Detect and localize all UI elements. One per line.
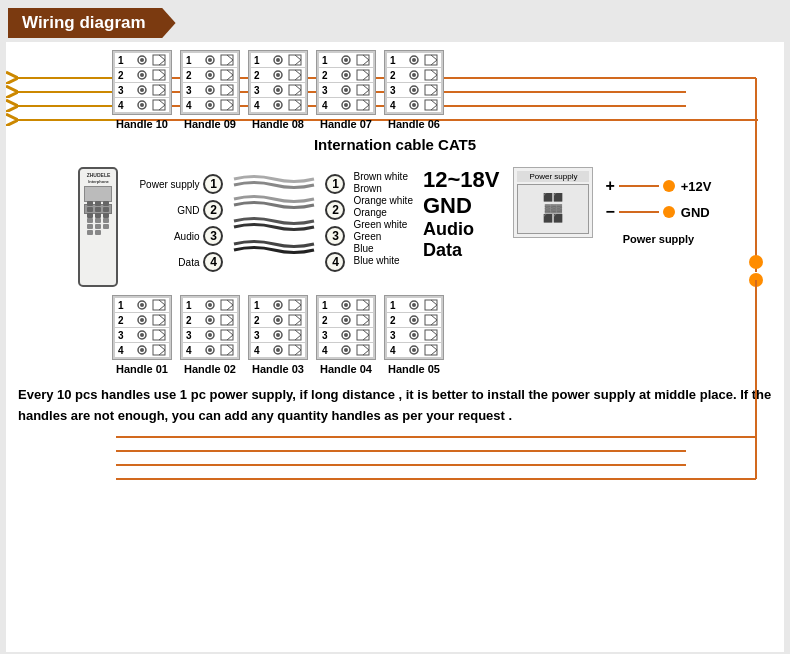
svg-line-145 xyxy=(159,305,165,310)
svg-line-211 xyxy=(295,350,301,355)
bottom-handles-row: 1 2 3 4 xyxy=(12,295,778,375)
svg-line-30 xyxy=(159,70,165,75)
svg-rect-239 xyxy=(425,300,437,310)
svg-text:1: 1 xyxy=(118,55,124,66)
svg-point-106 xyxy=(344,88,348,92)
svg-text:1: 1 xyxy=(390,55,396,66)
svg-point-220 xyxy=(344,318,348,322)
page-title: Wiring diagram xyxy=(8,8,176,38)
svg-rect-47 xyxy=(221,55,233,65)
handle-10: 1 2 3 4 xyxy=(112,50,172,130)
svg-line-241 xyxy=(431,305,437,310)
svg-line-192 xyxy=(295,300,301,305)
svg-rect-101 xyxy=(357,70,369,80)
svg-line-181 xyxy=(227,335,233,340)
svg-rect-77 xyxy=(289,70,301,80)
svg-line-246 xyxy=(431,315,437,320)
svg-line-109 xyxy=(363,90,369,95)
svg-rect-155 xyxy=(153,330,165,340)
svg-text:2: 2 xyxy=(118,70,124,81)
svg-point-256 xyxy=(412,348,416,352)
svg-rect-209 xyxy=(289,345,301,355)
wire-brown-white: Brown white xyxy=(353,171,412,182)
svg-rect-245 xyxy=(425,315,437,325)
pin-3-left: 3 xyxy=(203,226,223,246)
svg-point-88 xyxy=(276,103,280,107)
svg-line-259 xyxy=(431,350,437,355)
pin-label-power: Power supply xyxy=(134,179,199,190)
svg-text:4: 4 xyxy=(390,345,396,356)
svg-text:1: 1 xyxy=(322,55,328,66)
svg-point-112 xyxy=(344,103,348,107)
svg-text:2: 2 xyxy=(390,70,396,81)
svg-line-187 xyxy=(227,350,233,355)
svg-text:1: 1 xyxy=(390,300,396,311)
svg-text:3: 3 xyxy=(322,85,328,96)
audio-function-label: Audio xyxy=(423,219,499,240)
svg-rect-41 xyxy=(153,100,165,110)
svg-line-36 xyxy=(159,85,165,90)
svg-point-70 xyxy=(276,58,280,62)
svg-rect-185 xyxy=(221,345,233,355)
svg-line-150 xyxy=(159,315,165,320)
svg-rect-83 xyxy=(289,85,301,95)
svg-text:1: 1 xyxy=(254,300,260,311)
svg-line-210 xyxy=(295,345,301,350)
plus-12v-label: +12V xyxy=(681,179,712,194)
svg-line-217 xyxy=(363,305,369,310)
handle-06-label: Handle 06 xyxy=(388,118,440,130)
svg-text:3: 3 xyxy=(118,85,124,96)
svg-line-90 xyxy=(295,100,301,105)
svg-line-66 xyxy=(227,100,233,105)
svg-point-46 xyxy=(208,58,212,62)
svg-line-138 xyxy=(431,100,437,105)
svg-line-24 xyxy=(159,55,165,60)
svg-rect-137 xyxy=(425,100,437,110)
svg-line-157 xyxy=(159,335,165,340)
svg-rect-29 xyxy=(153,70,165,80)
svg-rect-167 xyxy=(221,300,233,310)
svg-text:3: 3 xyxy=(118,330,124,341)
svg-point-226 xyxy=(344,333,348,337)
pin-3-right: 3 xyxy=(325,226,345,246)
svg-line-163 xyxy=(159,350,165,355)
svg-point-34 xyxy=(140,88,144,92)
svg-text:3: 3 xyxy=(254,330,260,341)
svg-point-22 xyxy=(140,58,144,62)
handle-03-label: Handle 03 xyxy=(252,363,304,375)
svg-line-222 xyxy=(363,315,369,320)
svg-text:2: 2 xyxy=(186,315,192,326)
svg-point-244 xyxy=(412,318,416,322)
svg-text:2: 2 xyxy=(186,70,192,81)
svg-line-72 xyxy=(295,55,301,60)
svg-point-202 xyxy=(276,333,280,337)
svg-line-199 xyxy=(295,320,301,325)
svg-line-54 xyxy=(227,70,233,75)
svg-rect-215 xyxy=(357,300,369,310)
svg-rect-53 xyxy=(221,70,233,80)
handle-07: 1 2 3 4 xyxy=(316,50,376,130)
svg-line-73 xyxy=(295,60,301,65)
handle-01-label: Handle 01 xyxy=(116,363,168,375)
svg-rect-179 xyxy=(221,330,233,340)
svg-text:1: 1 xyxy=(322,300,328,311)
svg-text:2: 2 xyxy=(254,70,260,81)
svg-rect-197 xyxy=(289,315,301,325)
svg-point-190 xyxy=(276,303,280,307)
svg-text:4: 4 xyxy=(186,100,192,111)
svg-point-118 xyxy=(412,58,416,62)
pin-2-right: 2 xyxy=(325,200,345,220)
svg-line-78 xyxy=(295,70,301,75)
svg-line-67 xyxy=(227,105,233,110)
svg-line-204 xyxy=(295,330,301,335)
svg-text:4: 4 xyxy=(186,345,192,356)
data-function-label: Data xyxy=(423,240,499,261)
handle-05: 1 2 3 4 xyxy=(384,295,444,375)
svg-line-37 xyxy=(159,90,165,95)
svg-line-258 xyxy=(431,345,437,350)
svg-rect-119 xyxy=(425,55,437,65)
svg-point-100 xyxy=(344,73,348,77)
svg-line-228 xyxy=(363,330,369,335)
svg-line-162 xyxy=(159,345,165,350)
svg-point-184 xyxy=(208,348,212,352)
